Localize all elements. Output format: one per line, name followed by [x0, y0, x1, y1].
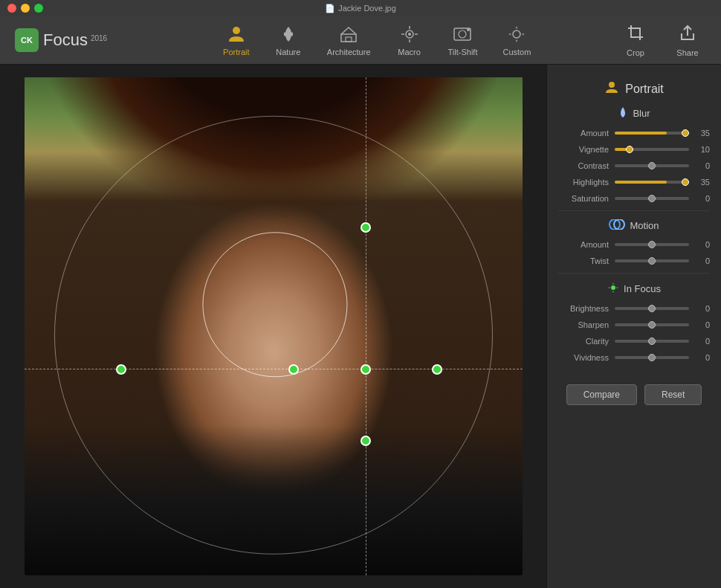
infocus-sharpen-row: Sharpen 0	[547, 317, 721, 333]
photo-overlay[interactable]	[25, 77, 523, 575]
share-icon	[679, 24, 696, 45]
blur-contrast-row: Contrast 0	[547, 158, 721, 174]
infocus-brightness-label: Brightness	[558, 304, 609, 313]
infocus-brightness-value: 0	[695, 304, 710, 313]
infocus-clarity-row: Clarity 0	[547, 333, 721, 349]
tool-tiltshift[interactable]: Tilt-Shift	[439, 20, 487, 60]
architecture-icon	[338, 24, 359, 45]
svg-rect-2	[346, 37, 352, 42]
control-top[interactable]	[360, 222, 371, 233]
blur-saturation-slider[interactable]	[615, 197, 689, 200]
photo-container	[25, 77, 523, 575]
minimize-button[interactable]	[21, 4, 30, 13]
control-right-inner[interactable]	[432, 364, 442, 375]
infocus-brightness-row: Brightness 0	[547, 300, 721, 317]
motion-twist-value: 0	[695, 256, 710, 265]
tool-portrait[interactable]: Portrait	[214, 20, 259, 60]
architecture-label: Architecture	[327, 48, 371, 56]
tool-macro[interactable]: Macro	[387, 20, 432, 60]
app-name: Focus	[43, 32, 88, 48]
blur-amount-slider[interactable]	[615, 132, 689, 135]
main-content: Portrait Blur Amount 35	[0, 65, 721, 588]
infocus-vividness-row: Vividness 0	[547, 349, 721, 366]
motion-icon	[609, 219, 625, 232]
mode-icon	[604, 80, 619, 98]
motion-amount-value: 0	[695, 240, 710, 249]
file-icon: 📄	[325, 4, 335, 13]
svg-point-0	[233, 27, 240, 34]
motion-twist-label: Twist	[558, 256, 609, 265]
canvas-area[interactable]	[0, 65, 546, 588]
infocus-vividness-slider[interactable]	[615, 356, 689, 359]
control-left-outer[interactable]	[116, 364, 126, 375]
mode-header: Portrait	[547, 72, 721, 102]
motion-amount-row: Amount 0	[547, 236, 721, 253]
infocus-sharpen-slider[interactable]	[615, 323, 689, 326]
svg-point-11	[459, 30, 466, 38]
compare-button[interactable]: Compare	[566, 384, 637, 405]
blur-amount-value: 35	[695, 129, 710, 138]
inner-focus-circle[interactable]	[202, 232, 347, 377]
svg-point-12	[467, 28, 470, 31]
svg-point-13	[513, 30, 520, 38]
infocus-sharpen-label: Sharpen	[558, 320, 609, 329]
mode-label: Portrait	[625, 83, 664, 96]
infocus-clarity-slider[interactable]	[615, 340, 689, 343]
blur-vignette-slider[interactable]	[615, 148, 689, 151]
tool-custom[interactable]: Custom	[494, 20, 540, 60]
motion-amount-label: Amount	[558, 240, 609, 249]
nav-tools: Portrait Nature A	[137, 20, 617, 60]
blur-highlights-label: Highlights	[558, 178, 609, 187]
portrait-label: Portrait	[223, 48, 249, 56]
blur-icon	[618, 106, 628, 120]
infocus-section: In Focus Brightness 0 Sharpen 0 Clar	[547, 277, 721, 366]
blur-title: Blur	[547, 102, 721, 125]
blur-highlights-value: 35	[695, 178, 710, 187]
svg-point-14	[609, 82, 615, 88]
control-left-inner[interactable]	[288, 364, 299, 375]
control-bottom-inner[interactable]	[360, 436, 371, 446]
blur-saturation-label: Saturation	[558, 194, 609, 203]
toolbar: CK Focus 2016 Portrait	[0, 16, 721, 65]
blur-contrast-label: Contrast	[558, 161, 609, 170]
blur-vignette-label: Vignette	[558, 145, 609, 154]
crop-icon	[627, 24, 644, 45]
share-tool[interactable]: Share	[669, 24, 706, 57]
tiltshift-icon	[452, 24, 473, 45]
motion-twist-slider[interactable]	[615, 259, 689, 262]
infocus-sharpen-value: 0	[695, 320, 710, 329]
maximize-button[interactable]	[34, 4, 43, 13]
divider-2	[558, 273, 710, 274]
infocus-vividness-value: 0	[695, 353, 710, 362]
blur-saturation-row: Saturation 0	[547, 190, 721, 207]
infocus-brightness-slider[interactable]	[615, 307, 689, 310]
tiltshift-label: Tilt-Shift	[448, 48, 478, 56]
blur-contrast-value: 0	[695, 161, 710, 170]
blur-highlights-slider[interactable]	[615, 181, 689, 184]
blur-contrast-slider[interactable]	[615, 164, 689, 167]
tool-architecture[interactable]: Architecture	[318, 20, 380, 60]
blur-highlights-row: Highlights 35	[547, 174, 721, 190]
crop-label: Crop	[627, 48, 644, 57]
blur-section: Blur Amount 35 Vignette 10	[547, 102, 721, 207]
blur-amount-label: Amount	[558, 129, 609, 138]
portrait-icon	[226, 24, 247, 45]
infocus-clarity-label: Clarity	[558, 337, 609, 346]
svg-point-17	[611, 285, 615, 290]
infocus-title: In Focus	[547, 277, 721, 300]
motion-twist-row: Twist 0	[547, 253, 721, 269]
tool-nature[interactable]: Nature	[266, 20, 311, 60]
infocus-icon	[607, 282, 619, 296]
macro-icon	[399, 24, 420, 45]
control-center-left[interactable]	[360, 364, 371, 375]
share-label: Share	[676, 48, 698, 57]
macro-label: Macro	[398, 48, 421, 56]
reset-button[interactable]: Reset	[644, 384, 702, 405]
panel-buttons: Compare Reset	[547, 373, 721, 416]
motion-amount-slider[interactable]	[615, 243, 689, 246]
app-year: 2016	[91, 35, 107, 42]
crop-tool[interactable]: Crop	[617, 24, 654, 57]
close-button[interactable]	[7, 4, 16, 13]
traffic-lights[interactable]	[7, 4, 43, 13]
blur-saturation-value: 0	[695, 194, 710, 203]
